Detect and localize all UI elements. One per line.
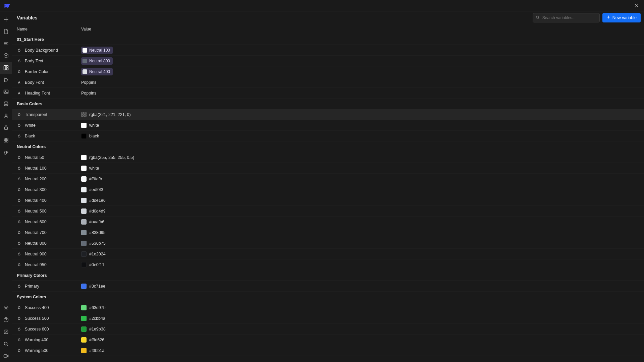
- group-header[interactable]: System Colors: [12, 292, 644, 302]
- variable-value-cell[interactable]: #2cbb4a: [81, 316, 644, 321]
- color-swatch[interactable]: [81, 316, 87, 321]
- styles-icon[interactable]: [0, 74, 12, 86]
- variable-row[interactable]: Neutral 400#dde1e6: [12, 195, 644, 206]
- variable-row[interactable]: Transparentrgba(221, 221, 221, 0): [12, 109, 644, 120]
- variable-list[interactable]: 01_Start HereBody BackgroundNeutral 100B…: [12, 34, 644, 362]
- variable-value-cell[interactable]: Neutral 400: [81, 68, 644, 75]
- variable-value-cell[interactable]: #0e0f11: [81, 262, 644, 267]
- new-variable-button[interactable]: New variable: [602, 13, 641, 22]
- color-swatch[interactable]: [81, 241, 87, 246]
- variable-row[interactable]: Neutral 500#d0d4d9: [12, 206, 644, 217]
- ecommerce-icon[interactable]: [0, 122, 12, 134]
- color-swatch[interactable]: [81, 305, 87, 310]
- color-swatch[interactable]: [81, 284, 87, 289]
- variable-row[interactable]: Success 400#63d97b: [12, 302, 644, 313]
- pages-icon[interactable]: [0, 25, 12, 38]
- variable-value-cell[interactable]: #f9d626: [81, 337, 644, 343]
- variable-value-cell[interactable]: black: [81, 133, 644, 139]
- color-swatch[interactable]: [81, 208, 87, 214]
- find-icon[interactable]: {F: [0, 146, 12, 158]
- close-panel-icon[interactable]: [633, 2, 641, 10]
- variables-icon[interactable]: [0, 62, 12, 74]
- color-swatch[interactable]: [81, 348, 87, 353]
- variable-value-cell[interactable]: #d0d4d9: [81, 208, 644, 214]
- variable-row[interactable]: Neutral 100white: [12, 163, 644, 174]
- color-swatch[interactable]: [81, 198, 87, 203]
- color-swatch[interactable]: [81, 251, 87, 257]
- variable-token[interactable]: Neutral 800: [81, 57, 113, 65]
- variable-row[interactable]: Neutral 900#1e2024: [12, 249, 644, 259]
- color-swatch[interactable]: [81, 155, 87, 160]
- search2-icon[interactable]: [0, 338, 12, 350]
- variable-row[interactable]: Body FontPoppins: [12, 77, 644, 88]
- variable-row[interactable]: Neutral 600#aaafb6: [12, 217, 644, 227]
- settings-icon[interactable]: [0, 302, 12, 314]
- variable-value-cell[interactable]: #f3bb1a: [81, 348, 644, 353]
- variable-row[interactable]: Success 600#1e9b38: [12, 324, 644, 335]
- group-header[interactable]: Basic Colors: [12, 99, 644, 109]
- variable-value-cell[interactable]: #aaafb6: [81, 219, 644, 225]
- assets-icon[interactable]: [0, 86, 12, 98]
- variable-value-cell[interactable]: #3c71ee: [81, 284, 644, 289]
- variable-value-cell[interactable]: #dde1e6: [81, 198, 644, 203]
- color-swatch[interactable]: [81, 337, 87, 343]
- variable-row[interactable]: Body TextNeutral 800: [12, 56, 644, 66]
- variable-value-cell[interactable]: rgba(255, 255, 255, 0.5): [81, 155, 644, 160]
- variable-row[interactable]: Heading FontPoppins: [12, 88, 644, 99]
- color-swatch[interactable]: [81, 112, 87, 117]
- color-swatch[interactable]: [81, 326, 87, 332]
- variable-value-cell[interactable]: #f9fafb: [81, 176, 644, 182]
- variable-value-cell[interactable]: #1e2024: [81, 251, 644, 257]
- variable-row[interactable]: Neutral 700#838d95: [12, 227, 644, 238]
- variable-token[interactable]: Neutral 100: [81, 47, 113, 54]
- variable-value-cell[interactable]: white: [81, 123, 644, 128]
- variable-row[interactable]: Warning 400#f9d626: [12, 335, 644, 345]
- variable-row[interactable]: Neutral 200#f9fafb: [12, 174, 644, 184]
- color-swatch[interactable]: [81, 230, 87, 235]
- audit-icon[interactable]: [0, 326, 12, 338]
- variable-value-cell[interactable]: #edf0f3: [81, 187, 644, 192]
- variable-row[interactable]: Whitewhite: [12, 120, 644, 131]
- help-icon[interactable]: [0, 314, 12, 326]
- variable-value-cell[interactable]: white: [81, 166, 644, 171]
- components-icon[interactable]: [0, 50, 12, 62]
- variable-value-cell[interactable]: Poppins: [81, 91, 644, 96]
- variable-value-cell[interactable]: Neutral 800: [81, 57, 644, 65]
- color-swatch[interactable]: [81, 166, 87, 171]
- cms-icon[interactable]: [0, 98, 12, 110]
- add-icon[interactable]: [0, 13, 12, 25]
- color-swatch[interactable]: [81, 187, 87, 192]
- color-swatch[interactable]: [81, 133, 87, 139]
- apps-icon[interactable]: [0, 134, 12, 146]
- variable-value-cell[interactable]: #838d95: [81, 230, 644, 235]
- video-icon[interactable]: [0, 350, 12, 362]
- variable-value-cell[interactable]: #1e9b38: [81, 326, 644, 332]
- webflow-logo-icon[interactable]: [3, 2, 10, 9]
- variable-row[interactable]: Neutral 800#636b75: [12, 238, 644, 249]
- variable-value-cell[interactable]: #63d97b: [81, 305, 644, 310]
- variable-row[interactable]: Border ColorNeutral 400: [12, 66, 644, 77]
- variable-row[interactable]: Blackblack: [12, 131, 644, 141]
- variable-row[interactable]: Neutral 50rgba(255, 255, 255, 0.5): [12, 152, 644, 163]
- navigator-icon[interactable]: [0, 38, 12, 50]
- variable-row[interactable]: Success 500#2cbb4a: [12, 313, 644, 324]
- group-header[interactable]: Neutral Colors: [12, 141, 644, 152]
- variable-value-cell[interactable]: Poppins: [81, 80, 644, 85]
- search-input[interactable]: [542, 15, 597, 20]
- variable-row[interactable]: Primary#3c71ee: [12, 281, 644, 292]
- variable-value-cell[interactable]: #636b75: [81, 241, 644, 246]
- variable-row[interactable]: Neutral 300#edf0f3: [12, 184, 644, 195]
- color-swatch[interactable]: [81, 219, 87, 225]
- variable-value-cell[interactable]: Neutral 100: [81, 47, 644, 54]
- color-swatch[interactable]: [81, 262, 87, 267]
- variable-value-cell[interactable]: rgba(221, 221, 221, 0): [81, 112, 644, 117]
- group-header[interactable]: 01_Start Here: [12, 34, 644, 45]
- variable-row[interactable]: Body BackgroundNeutral 100: [12, 45, 644, 56]
- variable-row[interactable]: Neutral 950#0e0f11: [12, 259, 644, 270]
- group-header[interactable]: Primary Colors: [12, 270, 644, 281]
- color-swatch[interactable]: [81, 123, 87, 128]
- variable-row[interactable]: Warning 500#f3bb1a: [12, 345, 644, 356]
- variable-token[interactable]: Neutral 400: [81, 68, 113, 75]
- users-icon[interactable]: [0, 110, 12, 122]
- color-swatch[interactable]: [81, 176, 87, 182]
